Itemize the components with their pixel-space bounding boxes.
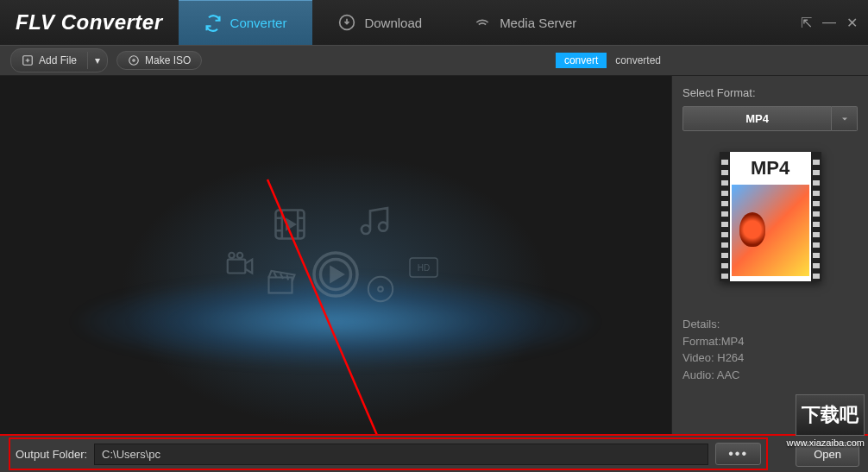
wifi-icon	[474, 14, 491, 31]
chevron-down-icon[interactable]	[832, 106, 858, 131]
svg-text:HD: HD	[418, 263, 430, 273]
details-heading: Details:	[682, 316, 858, 333]
preview-format-label: MP4	[733, 157, 808, 179]
segment-converted[interactable]: converted	[607, 53, 670, 68]
svg-point-8	[229, 253, 234, 258]
format-preview: MP4	[720, 152, 821, 281]
format-value: MP4	[682, 106, 832, 131]
button-label: Add File	[39, 54, 77, 66]
plus-icon	[22, 54, 34, 66]
filmstrip-right	[811, 152, 821, 281]
music-note-icon	[357, 204, 392, 238]
output-folder-group: Output Folder: •••	[9, 437, 768, 470]
svg-point-11	[368, 277, 393, 301]
output-folder-input[interactable]	[94, 444, 708, 465]
tab-label: Converter	[230, 16, 287, 30]
watermark-logo: 下载吧	[796, 394, 865, 436]
disc-icon	[128, 54, 140, 66]
filmstrip-left	[720, 152, 730, 281]
svg-point-3	[133, 60, 135, 61]
download-icon	[338, 14, 355, 31]
popout-icon[interactable]: ⇱	[801, 15, 812, 31]
main-area: HD Select Format: MP4 MP4 Details: Forma…	[0, 76, 868, 434]
make-iso-button[interactable]: Make ISO	[116, 51, 202, 70]
tab-label: Media Server	[500, 16, 576, 30]
button-label: Make ISO	[145, 54, 191, 66]
close-icon[interactable]: ✕	[846, 15, 858, 31]
svg-point-2	[129, 56, 139, 66]
tab-label: Download	[364, 16, 422, 30]
browse-button[interactable]: •••	[715, 443, 761, 465]
media-icons-cluster: HD	[223, 197, 448, 318]
details-video: Video: H264	[682, 349, 858, 367]
svg-point-12	[378, 286, 383, 292]
toolbar: Add File ▾ Make ISO convert converted	[0, 45, 868, 76]
svg-point-9	[237, 253, 242, 258]
segment-convert[interactable]: convert	[556, 53, 607, 68]
convert-segment: convert converted	[556, 53, 670, 68]
play-circle-icon	[310, 249, 362, 300]
tab-media-server[interactable]: Media Server	[448, 0, 602, 45]
chevron-down-icon[interactable]: ▾	[87, 52, 107, 69]
add-file-button[interactable]: Add File ▾	[10, 48, 108, 72]
minimize-icon[interactable]: —	[822, 15, 836, 31]
format-dropdown[interactable]: MP4	[682, 106, 858, 131]
hd-icon: HD	[409, 257, 438, 278]
tab-download[interactable]: Download	[312, 0, 448, 45]
refresh-icon	[204, 15, 222, 32]
cd-icon	[366, 274, 395, 304]
output-folder-label: Output Folder:	[16, 448, 87, 461]
titlebar: FLV Converter Converter Download Media S…	[0, 0, 868, 45]
footer-bar: Output Folder: ••• Open	[0, 434, 868, 472]
watermark-url: www.xiazaiba.com	[787, 437, 865, 448]
details-format: Format:MP4	[682, 333, 858, 350]
film-icon	[271, 205, 309, 243]
clapper-icon	[265, 266, 296, 297]
svg-rect-7	[228, 260, 246, 274]
camera-icon	[223, 249, 256, 281]
app-title: FLV Converter	[0, 10, 179, 35]
details-audio: Audio: AAC	[682, 367, 858, 384]
format-details: Details: Format:MP4 Video: H264 Audio: A…	[682, 316, 858, 383]
main-tabs: Converter Download Media Server	[179, 0, 603, 45]
window-controls: ⇱ — ✕	[801, 15, 868, 31]
select-format-label: Select Format:	[682, 86, 858, 99]
format-sidebar: Select Format: MP4 MP4 Details: Format:M…	[671, 76, 868, 434]
tab-converter[interactable]: Converter	[179, 0, 313, 45]
preview-thumbnail	[732, 185, 809, 276]
drop-canvas[interactable]: HD	[0, 76, 671, 434]
